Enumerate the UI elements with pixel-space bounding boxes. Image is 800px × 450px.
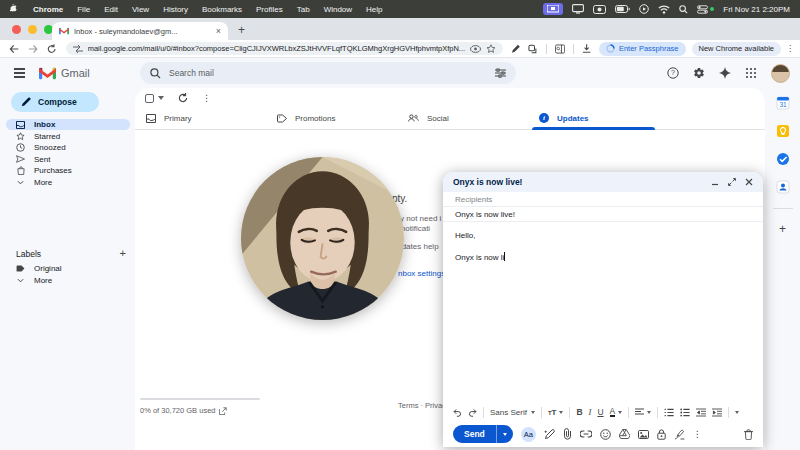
message-body[interactable]: Hello, Onyx is now li (443, 222, 763, 403)
menubar-item-file[interactable]: File (77, 5, 90, 14)
insert-photo-icon[interactable] (638, 430, 649, 439)
spotlight-search-icon[interactable] (679, 5, 688, 14)
numbered-list-icon[interactable] (664, 408, 674, 417)
search-input[interactable]: Search mail (140, 62, 516, 84)
menubar-item-window[interactable]: Window (324, 5, 352, 14)
minimize-icon[interactable] (711, 178, 719, 186)
sidebar-item-more[interactable]: More (6, 177, 130, 188)
downloads-icon[interactable] (582, 44, 591, 54)
display-icon[interactable] (572, 4, 584, 14)
new-tab-button[interactable]: + (238, 24, 245, 36)
enter-passphrase-button[interactable]: Enter Passphrase (599, 42, 686, 56)
sidebar-item-sent[interactable]: Sent (6, 154, 130, 165)
extension-pen-icon[interactable] (511, 44, 520, 54)
webcam-overlay[interactable] (241, 157, 404, 320)
select-caret-icon[interactable] (158, 96, 164, 100)
indent-icon[interactable] (712, 408, 722, 417)
bookmark-star-icon[interactable] (486, 44, 496, 54)
send-options-caret[interactable] (497, 433, 513, 436)
get-addons-button[interactable]: + (779, 223, 786, 235)
menubar-item-bookmarks[interactable]: Bookmarks (202, 5, 242, 14)
attach-file-icon[interactable] (563, 428, 572, 440)
menubar-item-history[interactable]: History (163, 5, 188, 14)
menubar-item-tab[interactable]: Tab (297, 5, 310, 14)
screen-record-icon[interactable] (639, 4, 649, 14)
italic-button[interactable]: I (589, 407, 592, 417)
align-button[interactable] (635, 408, 651, 416)
more-formatting-icon[interactable] (735, 411, 739, 414)
profile-avatar[interactable] (771, 64, 790, 83)
menubar-item-edit[interactable]: Edit (104, 5, 118, 14)
insert-link-icon[interactable] (580, 430, 592, 438)
address-bar[interactable]: mail.google.com/mail/u/0/#inbox?compose=… (66, 42, 503, 55)
menubar-clock[interactable]: Fri Nov 21 2:20PM (723, 5, 790, 14)
footer-links[interactable]: Terms · Privacy (398, 401, 450, 410)
forward-icon[interactable] (28, 44, 38, 54)
reload-icon[interactable] (47, 44, 56, 54)
tab-updates[interactable]: i Updates (528, 106, 659, 130)
bullet-list-icon[interactable] (680, 408, 690, 417)
more-send-options-icon[interactable]: ⋮ (693, 429, 702, 439)
font-family-select[interactable]: Sans Serif (490, 408, 535, 417)
site-settings-icon[interactable] (73, 45, 83, 53)
main-menu-icon[interactable] (14, 68, 25, 78)
help-icon[interactable]: ? (667, 67, 679, 79)
browser-tab[interactable]: Inbox - suleymandolaev@gm... × (52, 22, 228, 40)
compose-header[interactable]: Onyx is now live! (443, 172, 763, 192)
undo-icon[interactable] (453, 408, 462, 417)
compose-button[interactable]: Compose (11, 92, 99, 112)
discard-draft-icon[interactable] (744, 429, 753, 440)
inbox-settings-link[interactable]: nbox settings. (398, 269, 447, 278)
insert-signature-icon[interactable] (674, 429, 685, 440)
tab-close-icon[interactable]: × (216, 27, 221, 36)
screen-sharing-indicator-icon[interactable] (543, 3, 563, 15)
calendar-icon[interactable]: 31 (776, 96, 790, 110)
new-chrome-available-button[interactable]: New Chrome available (692, 42, 781, 56)
preview-eye-icon[interactable] (470, 45, 481, 53)
keep-icon[interactable] (776, 124, 790, 138)
sidebar-item-inbox[interactable]: Inbox (6, 119, 130, 130)
redo-icon[interactable] (468, 408, 477, 417)
insert-emoji-icon[interactable] (600, 429, 611, 440)
control-center-icon[interactable] (697, 5, 714, 14)
confidential-mode-icon[interactable] (657, 429, 666, 440)
gmail-logo[interactable] (39, 67, 56, 80)
insert-from-drive-icon[interactable] (619, 429, 630, 439)
outdent-icon[interactable] (696, 408, 706, 417)
gemini-sparkle-icon[interactable] (719, 67, 731, 79)
text-color-button[interactable]: A (610, 407, 623, 418)
tab-social[interactable]: Social (397, 106, 528, 130)
close-icon[interactable] (745, 178, 753, 186)
window-minimize-button[interactable] (28, 25, 37, 34)
battery-icon[interactable] (615, 5, 630, 13)
camera-indicator-icon[interactable] (593, 5, 606, 14)
font-size-select[interactable]: TT (548, 408, 564, 417)
search-options-icon[interactable] (495, 68, 506, 78)
settings-gear-icon[interactable] (693, 67, 705, 79)
bold-button[interactable]: B (576, 407, 582, 417)
send-button[interactable]: Send (453, 425, 513, 443)
sidebar-item-snoozed[interactable]: Snoozed (6, 142, 130, 153)
recipients-field[interactable]: Recipients (443, 192, 763, 207)
sidebar-item-purchases[interactable]: Purchases (6, 165, 130, 176)
sidebar-label-original[interactable]: Original (6, 263, 130, 274)
formatting-options-button[interactable]: Aa (521, 427, 536, 442)
tasks-icon[interactable] (776, 152, 790, 166)
menubar-item-profiles[interactable]: Profiles (256, 5, 283, 14)
subject-field[interactable]: Onyx is now live! (443, 207, 763, 222)
menubar-item-view[interactable]: View (132, 5, 149, 14)
sidebar-label-more[interactable]: More (6, 275, 130, 286)
menubar-item-help[interactable]: Help (366, 5, 382, 14)
tab-group-extension-icon[interactable] (528, 44, 537, 54)
url-text[interactable]: mail.google.com/mail/u/0/#inbox?compose=… (88, 44, 465, 53)
tab-primary[interactable]: Primary (135, 106, 266, 130)
popout-icon[interactable] (728, 178, 736, 186)
chrome-menu-icon[interactable]: ⋮ (786, 44, 794, 53)
sidebar-item-starred[interactable]: Starred (6, 131, 130, 142)
external-link-icon[interactable] (219, 407, 227, 415)
refresh-icon[interactable] (178, 93, 188, 103)
apple-menu-icon[interactable] (10, 4, 19, 15)
more-options-icon[interactable]: ⋮ (202, 93, 211, 103)
menubar-item-chrome[interactable]: Chrome (33, 5, 63, 14)
underline-button[interactable]: U (597, 407, 603, 417)
